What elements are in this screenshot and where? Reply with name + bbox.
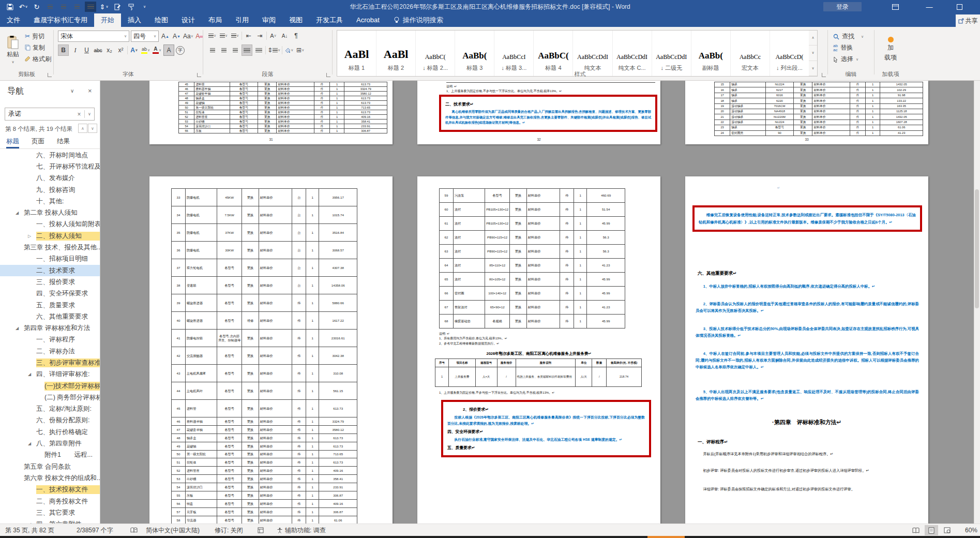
font-color-button[interactable]: A∨ (152, 45, 162, 55)
style-宏文本[interactable]: AaBbCc宏文本 (731, 31, 770, 76)
replace-button[interactable]: abac 替换 (833, 42, 864, 53)
share-button[interactable]: 共享 (956, 14, 980, 27)
align-center-button[interactable] (219, 45, 229, 55)
justify-icon[interactable] (85, 2, 96, 12)
text-effects-button[interactable]: A∨ (129, 45, 139, 55)
tab-视图[interactable]: 视图 (282, 13, 309, 27)
tab-设计[interactable]: 设计 (175, 13, 202, 27)
find-button[interactable]: 查找∨ (833, 31, 864, 42)
nav-heading-item[interactable]: 七、执行价格确定 (0, 426, 100, 438)
paste-button[interactable]: 粘贴 ∨ (3, 31, 23, 68)
nav-heading-item[interactable]: 二、商务投标文件 (0, 496, 100, 507)
nav-heading-item[interactable]: (二) 商务部分评标标... (0, 392, 100, 403)
spellcheck-icon[interactable] (130, 524, 138, 536)
tell-me-search[interactable]: 操作说明搜索 (394, 13, 443, 27)
search-clear-icon[interactable]: × (74, 111, 84, 118)
track-changes-icon[interactable] (112, 2, 123, 12)
superscript-button[interactable]: x² (116, 45, 126, 55)
styles-dialog-launcher[interactable] (822, 73, 826, 77)
shrink-font-button[interactable]: A▼ (172, 31, 182, 41)
nav-heading-item[interactable]: 五、质量要求 (0, 300, 100, 311)
scrollbar-thumb[interactable] (975, 189, 979, 308)
document-page-32[interactable]: 说明: ↵1、上井服务费为固定价格,不参与统一下浮百分比。单位均为元,不含税,税… (417, 81, 660, 144)
asian-layout-icon[interactable]: A∨ (268, 31, 278, 41)
distribute-button[interactable] (254, 45, 264, 55)
line-spacing-button[interactable]: ⇕∨ (267, 45, 280, 55)
nav-heading-item[interactable]: 十、其他: (0, 196, 100, 207)
close-button[interactable]: × (974, 0, 980, 13)
document-page-36[interactable]: ↵维修完工后恢复设备使用性能,设备运转正常,技术参数达到或接近出厂要求。遵循标准… (685, 176, 928, 524)
tab-开发工具[interactable]: 开发工具 (309, 13, 350, 27)
tab-鑫晟宇标书汇专用[interactable]: 鑫晟宇标书汇专用 (27, 13, 94, 27)
nav-heading-item[interactable]: 六、份额分配原则: (0, 415, 100, 426)
nav-heading-item[interactable]: 附件1远程... (0, 450, 100, 461)
multilevel-list-icon[interactable]: ∨ (230, 31, 240, 41)
font-dialog-launcher[interactable] (197, 73, 201, 77)
tab-文件[interactable]: 文件 (0, 13, 27, 27)
style-标题 3[interactable]: AaBb(标题 3 (455, 31, 494, 76)
nav-heading-item[interactable]: ◢四、第六章附件 (0, 519, 100, 524)
paragraph-dialog-launcher[interactable] (326, 73, 330, 77)
nav-tab-结果[interactable]: 结果 (57, 136, 70, 148)
nav-heading-item[interactable]: 四、安全环保要求 (0, 288, 100, 300)
shading-button[interactable]: ∨ (284, 45, 294, 55)
read-mode-icon[interactable] (909, 525, 923, 535)
tab-插入[interactable]: 插入 (121, 13, 148, 27)
format-painter-icon[interactable] (125, 2, 137, 12)
collapsed-triangle-icon[interactable]: ▷ (28, 234, 31, 238)
grow-font-button[interactable]: A▲ (160, 31, 170, 41)
addins-button[interactable]: 加 载项 (879, 30, 902, 68)
accessibility-indicator[interactable]: 辅助功能: 调查 (277, 524, 326, 536)
navigation-options-icon[interactable]: ∨ (70, 88, 74, 94)
align-right-button[interactable] (230, 45, 240, 55)
underline-button[interactable]: U (82, 45, 92, 55)
sort-icon[interactable]: A↓ (280, 31, 290, 41)
nav-heading-item[interactable]: 三、报价要求 (0, 276, 100, 288)
nav-heading-item[interactable]: 八、发布媒介 (0, 173, 100, 184)
save-icon[interactable] (4, 2, 16, 12)
tab-审阅[interactable]: 审阅 (255, 13, 282, 27)
document-page-33[interactable]: 15轴承NU224更换材料单价件11432.0516轴承6217更换材料单价件1… (685, 81, 928, 144)
increase-indent-icon[interactable]: ⇥ (255, 31, 265, 41)
undo-icon[interactable]: ↶∨ (18, 2, 29, 12)
nav-heading-item[interactable]: (一)技术部分评标标准: (0, 380, 100, 392)
decrease-indent-icon[interactable]: ⇤ (244, 31, 253, 41)
bullets-icon[interactable]: ∨ (207, 31, 217, 41)
nav-heading-item[interactable]: 三、初步评审审查标准 (0, 357, 100, 368)
nav-heading-item[interactable]: ◢第四章 评标标准和方法 (0, 322, 100, 334)
align-right-icon[interactable] (71, 2, 83, 12)
style-标题 3...[interactable]: AaBbCcI↓ 标题 3... (494, 31, 534, 76)
document-canvas[interactable]: 45进料管各型号更换材料单价件1613.7346推料器半轴各型号更换材料单价件1… (100, 81, 980, 524)
sign-in-button[interactable]: 登录 (823, 2, 862, 11)
font-name-combo[interactable]: 宋体∨ (58, 31, 129, 42)
nav-heading-item[interactable]: 一、技术投标文件 (0, 484, 100, 496)
nav-heading-item[interactable]: ◢四、详细评审标准: (0, 369, 100, 380)
expanded-triangle-icon[interactable]: ◢ (16, 211, 19, 215)
style-标题 2[interactable]: AaBl标题 2 (376, 31, 416, 76)
show-marks-icon[interactable]: ¶ (291, 31, 301, 41)
style-标题 2...[interactable]: AaBbC(↓ 标题 2... (416, 31, 455, 76)
tab-开始[interactable]: 开始 (94, 13, 121, 27)
document-page-34[interactable]: 33防爆电机45KW更换材料单价台13956.1734防爆电机7.5KW更换材料… (149, 176, 393, 524)
web-layout-icon[interactable] (940, 525, 954, 535)
nav-heading-item[interactable]: 二、技术要求 (0, 265, 100, 276)
highlight-color-button[interactable]: ab∨ (141, 45, 150, 55)
bold-button[interactable]: B (58, 44, 69, 56)
nav-heading-item[interactable]: ◢第二章 投标人须知 (0, 207, 100, 218)
print-layout-icon[interactable] (925, 525, 938, 535)
word-count[interactable]: 2/38597 个字 (77, 524, 113, 536)
nav-tab-标题[interactable]: 标题 (6, 136, 19, 148)
vertical-scrollbar[interactable] (974, 81, 980, 524)
navigation-search-input[interactable]: 承诺 × ∨ (5, 108, 95, 121)
macro-record-icon[interactable] (258, 524, 264, 536)
style-标题 4[interactable]: AaBbC(标题 4 (534, 31, 573, 76)
next-result-icon[interactable]: ∨ (88, 124, 97, 133)
nav-heading-item[interactable]: 第六章 投标文件的组成和... (0, 472, 100, 484)
tab-布局[interactable]: 布局 (202, 13, 229, 27)
numbering-icon[interactable]: ∨ (219, 31, 229, 41)
italic-button[interactable]: I (70, 45, 80, 55)
nav-heading-item[interactable]: 六、开标时间地点 (0, 150, 100, 161)
styles-scroll-down-icon[interactable]: ∨ (809, 46, 817, 61)
language-indicator[interactable]: 简体中文(中国大陆) (146, 524, 200, 536)
font-size-combo[interactable]: 四号∨ (131, 31, 159, 42)
